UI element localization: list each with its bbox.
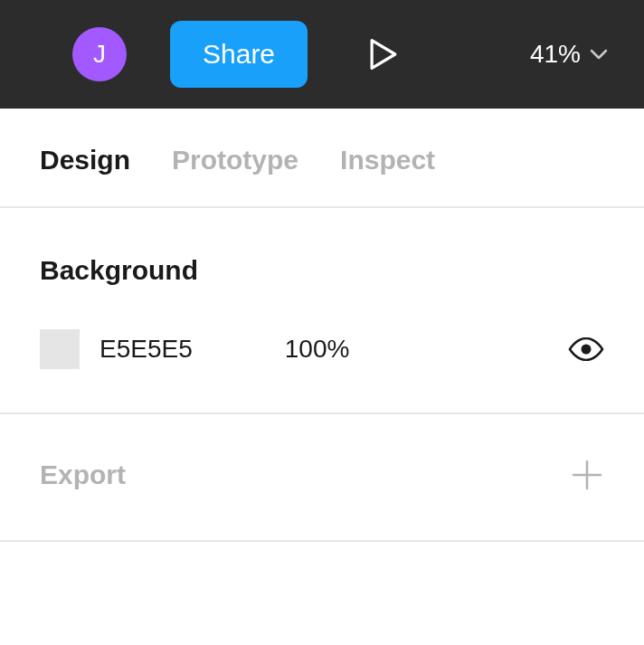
color-hex-value[interactable]: E5E5E5: [99, 335, 193, 364]
background-color-row: E5E5E5 100%: [40, 329, 604, 369]
export-title: Export: [40, 460, 126, 490]
eye-icon: [568, 337, 604, 361]
top-toolbar: J Share 41%: [0, 0, 644, 109]
zoom-dropdown[interactable]: 41%: [530, 40, 608, 69]
chevron-down-icon: [590, 49, 608, 60]
tab-prototype[interactable]: Prototype: [172, 145, 298, 175]
present-button[interactable]: [369, 38, 398, 71]
color-swatch[interactable]: [40, 329, 80, 369]
panel-tabs: Design Prototype Inspect: [0, 109, 644, 208]
background-section: Background E5E5E5 100%: [0, 208, 644, 414]
add-export-button[interactable]: [572, 460, 602, 490]
color-opacity-value[interactable]: 100%: [285, 335, 350, 364]
share-button[interactable]: Share: [170, 21, 308, 88]
avatar[interactable]: J: [72, 27, 127, 81]
tab-design[interactable]: Design: [40, 145, 130, 175]
svg-point-0: [582, 345, 592, 355]
visibility-toggle[interactable]: [568, 337, 604, 361]
avatar-initial: J: [93, 40, 106, 69]
tab-inspect[interactable]: Inspect: [340, 145, 435, 175]
export-section: Export: [0, 414, 644, 542]
zoom-value: 41%: [530, 40, 581, 69]
play-icon: [369, 38, 398, 71]
plus-icon: [572, 460, 602, 490]
background-title: Background: [40, 255, 604, 286]
